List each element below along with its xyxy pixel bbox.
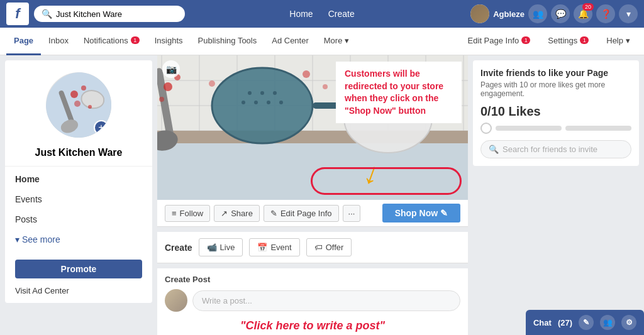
live-button[interactable]: 📹 Live	[199, 238, 243, 256]
add-photo-button[interactable]: +	[94, 120, 109, 135]
likes-progress-line-2	[565, 126, 631, 131]
create-post-inner: Write a post...	[165, 289, 460, 312]
svg-point-6	[81, 85, 86, 91]
visit-ad-center-link[interactable]: Visit Ad Center	[5, 281, 152, 303]
svg-point-56	[323, 84, 328, 89]
search-bar[interactable]: 🔍	[34, 6, 185, 22]
sidebar-item-home[interactable]: Home	[5, 169, 152, 189]
sidebar-item-posts[interactable]: Posts	[5, 209, 152, 229]
offer-button[interactable]: 🏷 Offer	[306, 238, 352, 256]
page-name: Just Kitchen Ware	[5, 145, 152, 166]
search-icon: 🔍	[489, 145, 499, 154]
edit-page-info-button[interactable]: ✎ Edit Page Info	[264, 205, 339, 222]
offer-icon: 🏷	[314, 243, 323, 252]
write-post-hint: "Click here to write a post"	[165, 312, 460, 335]
promote-button[interactable]: Promote	[15, 260, 142, 278]
top-bar-left: f 🔍	[6, 3, 217, 25]
follow-button[interactable]: ≡ Follow	[165, 205, 210, 222]
nav-right: Edit Page Info 1 Settings 1 Help ▾	[460, 28, 638, 55]
svg-point-31	[273, 91, 277, 95]
help-icon-btn[interactable]: ❓	[596, 4, 615, 23]
nav-notifications[interactable]: Notifications 1	[76, 28, 147, 55]
center-content: 📷 Customers will be redirected to your s…	[157, 55, 468, 335]
svg-point-34	[267, 101, 270, 104]
invite-title: Invite friends to like your Page	[480, 68, 631, 78]
sidebar-item-events[interactable]: Events	[5, 189, 152, 209]
more-options-button[interactable]: ···	[343, 205, 361, 222]
chat-friends-icon[interactable]: 👥	[600, 315, 615, 330]
nav-publishing-tools[interactable]: Publishing Tools	[191, 28, 265, 55]
nav-inbox[interactable]: Inbox	[41, 28, 76, 55]
nav-help[interactable]: Help ▾	[599, 28, 638, 55]
search-input[interactable]	[56, 9, 177, 19]
nav-settings[interactable]: Settings 1	[540, 28, 596, 55]
likes-progress-line	[496, 126, 562, 131]
top-bar: f 🔍 Home Create Agbleze 👥 💬 🔔 20 ❓ ▾	[0, 0, 644, 28]
shop-now-circle-highlight	[311, 167, 462, 195]
chevron-down-icon[interactable]: ▾	[619, 4, 638, 23]
avatar	[470, 4, 489, 23]
svg-point-55	[303, 70, 310, 78]
search-friends-input[interactable]: 🔍 Search for friends to invite	[480, 140, 631, 158]
top-bar-right: Agbleze 👥 💬 🔔 20 ❓ ▾	[427, 4, 638, 23]
post-author-avatar	[165, 289, 187, 312]
username-label: Agbleze	[493, 9, 525, 19]
sidebar-menu: Home Events Posts ▾ See more	[5, 166, 152, 252]
nav-more[interactable]: More ▾	[316, 28, 357, 55]
search-icon: 🔍	[42, 9, 52, 19]
settings-badge: 1	[580, 36, 589, 44]
svg-point-8	[88, 105, 92, 109]
edit-page-badge: 1	[521, 36, 530, 44]
chevron-down-icon: ▾	[15, 234, 19, 244]
share-button[interactable]: ↗ Share	[214, 205, 260, 222]
nav-create[interactable]: Create	[322, 5, 361, 23]
left-sidebar: + Just Kitchen Ware Home Events Posts ▾ …	[0, 55, 157, 335]
friends-icon-btn[interactable]: 👥	[528, 4, 547, 23]
page-nav: Page Inbox Notifications 1 Insights Publ…	[0, 28, 644, 55]
callout-box: Customers will be redirected to your sto…	[336, 62, 462, 123]
svg-point-33	[254, 101, 258, 104]
likes-bar	[480, 123, 631, 134]
share-icon: ↗	[221, 209, 228, 218]
svg-point-7	[74, 101, 80, 107]
follow-icon: ≡	[172, 209, 177, 218]
nav-edit-page-info[interactable]: Edit Page Info 1	[460, 28, 538, 55]
live-icon: 📹	[207, 243, 217, 252]
sidebar-item-see-more[interactable]: ▾ See more	[5, 229, 152, 250]
notification-badge: 20	[582, 3, 594, 11]
invite-friends-card: Invite friends to like your Page Pages w…	[473, 60, 639, 166]
create-post-section: Create Post Write a post... "Click here …	[157, 268, 468, 335]
nav-ad-center[interactable]: Ad Center	[264, 28, 316, 55]
cover-section: 📷 Customers will be redirected to your s…	[157, 55, 468, 200]
create-bar: Create 📹 Live 📅 Event 🏷 Offer	[157, 232, 468, 263]
pencil-icon: ✎	[270, 209, 277, 218]
cover-photo: 📷 Customers will be redirected to your s…	[157, 55, 468, 200]
create-post-label: Create Post	[165, 275, 460, 284]
chat-settings-icon[interactable]: ⚙	[621, 315, 636, 330]
chat-compose-icon[interactable]: ✎	[579, 315, 594, 330]
camera-icon[interactable]: 📷	[162, 60, 180, 78]
profile-avatar-wrap: +	[5, 60, 152, 145]
chat-bar[interactable]: Chat (27) ✎ 👥 ⚙	[526, 310, 644, 335]
svg-point-29	[248, 91, 252, 95]
svg-point-5	[70, 91, 78, 98]
event-button[interactable]: 📅 Event	[249, 238, 299, 256]
nav-home[interactable]: Home	[283, 5, 319, 23]
chat-count: (27)	[558, 318, 572, 327]
page-action-bar: ≡ Follow ↗ Share ✎ Edit Page Info ··· Sh…	[157, 200, 468, 227]
profile-card: + Just Kitchen Ware Home Events Posts ▾ …	[5, 60, 152, 303]
nav-page[interactable]: Page	[6, 28, 41, 55]
calendar-icon: 📅	[257, 243, 267, 252]
create-label: Create	[165, 243, 192, 253]
likes-count: 0/10 Likes	[480, 104, 631, 119]
post-input[interactable]: Write a post...	[192, 290, 460, 311]
notifications-icon-btn[interactable]: 🔔 20	[574, 4, 592, 23]
chat-label: Chat	[533, 318, 552, 327]
shop-now-button[interactable]: Shop Now ✎	[382, 204, 460, 222]
facebook-logo: f	[6, 3, 29, 25]
svg-point-35	[279, 101, 283, 104]
nav-insights[interactable]: Insights	[147, 28, 191, 55]
profile-avatar: +	[44, 70, 113, 140]
main-layout: + Just Kitchen Ware Home Events Posts ▾ …	[0, 55, 644, 335]
messenger-icon-btn[interactable]: 💬	[551, 4, 570, 23]
